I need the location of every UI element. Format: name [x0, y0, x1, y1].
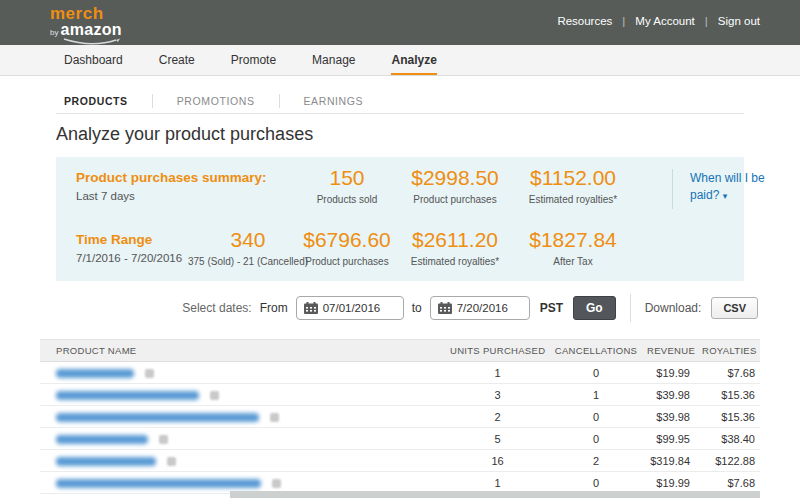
from-date-value: 07/01/2016: [323, 302, 381, 314]
nav-item-promote[interactable]: Promote: [231, 45, 276, 75]
timezone-label: PST: [540, 301, 563, 315]
table-row: 5 0 $99.95 $38.40: [40, 428, 760, 450]
nav-item-analyze[interactable]: Analyze: [391, 45, 436, 75]
top-bar: merch by amazon Resources | My Account |…: [0, 0, 800, 45]
date-controls: Select dates: From 07/01/2016 to 7/20/20…: [182, 294, 758, 322]
info-icon[interactable]: [159, 435, 168, 444]
to-date-input[interactable]: 7/20/2016: [430, 296, 530, 320]
product-name-link-redacted[interactable]: [56, 391, 199, 400]
stat-product-purchases: $2998.50 Product purchases: [390, 166, 520, 205]
from-date-input[interactable]: 07/01/2016: [296, 296, 404, 320]
summary-subtitle: Last 7 days: [76, 190, 267, 202]
table-row: 2 0 $39.98 $15.36: [40, 406, 760, 428]
time-range-dates: 7/1/2016 - 7/20/2016: [76, 252, 182, 264]
stat-estimated-royalties: $1152.00 Estimated royalties*: [508, 166, 638, 205]
calendar-icon: [304, 302, 318, 314]
product-name-link-redacted[interactable]: [56, 479, 261, 488]
summary-row-last7days: Product purchases summary: Last 7 days 1…: [56, 157, 744, 219]
header-links: Resources | My Account | Sign out: [547, 15, 770, 27]
my-account-link[interactable]: My Account: [625, 15, 704, 27]
col-royalties: ROYALTIES: [702, 340, 760, 362]
from-label: From: [260, 301, 288, 315]
info-icon[interactable]: [210, 391, 219, 400]
product-name-link-redacted[interactable]: [56, 413, 259, 422]
table-row: 1 0 $19.99 $7.68: [40, 362, 760, 384]
csv-download-button[interactable]: CSV: [711, 297, 758, 319]
main-nav: Dashboard Create Promote Manage Analyze: [0, 45, 800, 76]
analyze-subtabs: PRODUCTS PROMOTIONS EARNINGS: [56, 88, 744, 114]
col-product-name: PRODUCT NAME: [40, 340, 450, 362]
tab-products[interactable]: PRODUCTS: [56, 95, 152, 107]
logo-amazon-text: amazon: [60, 22, 121, 38]
select-dates-label: Select dates:: [182, 301, 251, 315]
summary-row-time-range: Time Range 7/1/2016 - 7/20/2016 340 375 …: [56, 219, 744, 281]
logo-by-text: by: [50, 29, 58, 37]
calendar-icon: [438, 302, 452, 314]
product-name-link-redacted[interactable]: [56, 457, 156, 466]
logo-merch-text: merch: [50, 5, 124, 22]
to-date-value: 7/20/2016: [457, 302, 508, 314]
sign-out-link[interactable]: Sign out: [708, 15, 770, 27]
product-name-link-redacted[interactable]: [56, 435, 148, 444]
nav-item-dashboard[interactable]: Dashboard: [64, 45, 123, 75]
nav-item-create[interactable]: Create: [159, 45, 195, 75]
summary-title: Product purchases summary:: [76, 170, 267, 185]
time-range-title: Time Range: [76, 232, 182, 247]
table-header-row: PRODUCT NAME UNITS PURCHASED CANCELLATIO…: [40, 340, 760, 362]
info-icon[interactable]: [270, 413, 279, 422]
nav-item-manage[interactable]: Manage: [312, 45, 355, 75]
col-units-purchased: UNITS PURCHASED: [450, 340, 545, 362]
download-label: Download:: [645, 301, 702, 315]
stat-after-tax: $1827.84 After Tax: [508, 228, 638, 267]
tab-earnings[interactable]: EARNINGS: [280, 95, 388, 107]
page-title: Analyze your product purchases: [56, 124, 313, 145]
to-label: to: [412, 301, 422, 315]
col-cancellations: CANCELLATIONS: [545, 340, 647, 362]
summary-divider: [672, 169, 673, 209]
when-will-i-be-paid-link[interactable]: When will I be paid? ▾: [690, 170, 772, 205]
controls-divider: [630, 294, 631, 322]
info-icon[interactable]: [272, 479, 281, 488]
stat-estimated-royalties-range: $2611.20 Estimated royalties*: [390, 228, 520, 267]
info-icon[interactable]: [167, 457, 176, 466]
purchases-summary-panel: Product purchases summary: Last 7 days 1…: [56, 157, 744, 281]
table-row: 16 2 $319.84 $122.88: [40, 450, 760, 472]
merch-by-amazon-logo[interactable]: merch by amazon: [50, 5, 124, 46]
col-revenue: REVENUE: [647, 340, 702, 362]
products-table: PRODUCT NAME UNITS PURCHASED CANCELLATIO…: [40, 339, 760, 494]
resources-link[interactable]: Resources: [547, 15, 622, 27]
tab-promotions[interactable]: PROMOTIONS: [153, 95, 279, 107]
go-button[interactable]: Go: [573, 296, 616, 320]
info-icon[interactable]: [145, 369, 154, 378]
cutoff-element-edge: [230, 491, 760, 498]
chevron-down-icon: ▾: [723, 191, 728, 201]
table-row: 3 1 $39.98 $15.36: [40, 384, 760, 406]
product-name-link-redacted[interactable]: [56, 369, 134, 378]
